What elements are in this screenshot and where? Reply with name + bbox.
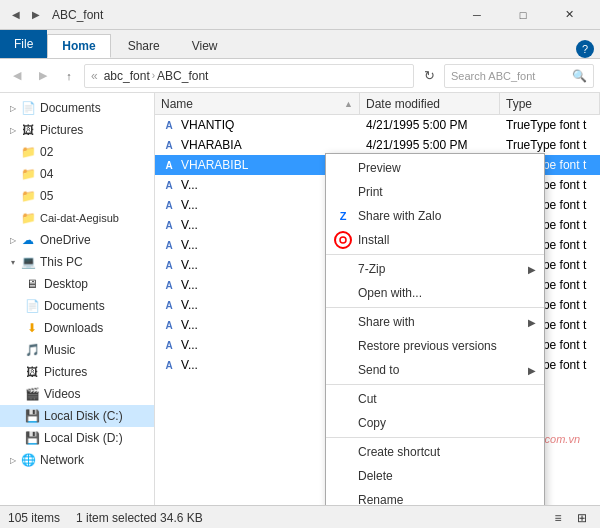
ctx-install[interactable]: Install [326, 228, 544, 252]
folder-icon: 📁 [20, 210, 36, 226]
ctx-sharewith-arrow: ▶ [528, 317, 536, 328]
file-icon: A [161, 137, 177, 153]
ribbon-tabs: File Home Share View ? [0, 30, 600, 58]
tab-share[interactable]: Share [113, 34, 175, 58]
sidebar-item-documents[interactable]: ▷ 📄 Documents [0, 97, 154, 119]
ctx-share-zalo[interactable]: Z Share with Zalo [326, 204, 544, 228]
ctx-share-zalo-label: Share with Zalo [358, 209, 441, 223]
file-name: V... [181, 218, 198, 232]
up-button[interactable]: ↑ [58, 65, 80, 87]
sidebar-label: Pictures [44, 365, 87, 379]
file-name: VHARABIBL [181, 158, 248, 172]
sidebar-item-local-d[interactable]: 💾 Local Disk (D:) [0, 427, 154, 449]
refresh-button[interactable]: ↻ [418, 65, 440, 87]
file-date-cell: 4/21/1995 5:00 PM [360, 118, 500, 132]
sidebar-item-desktop[interactable]: 🖥 Desktop [0, 273, 154, 295]
maximize-button[interactable]: □ [500, 0, 546, 30]
sidebar-item-onedrive[interactable]: ▷ ☁ OneDrive [0, 229, 154, 251]
file-icon: A [161, 157, 177, 173]
ctx-create-shortcut-label: Create shortcut [358, 445, 440, 459]
col-name-label: Name [161, 97, 193, 111]
file-name-cell: A VHANTIQ [155, 117, 360, 133]
sidebar-label: Network [40, 453, 84, 467]
sidebar-label: Videos [44, 387, 80, 401]
tab-view[interactable]: View [177, 34, 233, 58]
breadcrumb-left-arrow: « [91, 69, 98, 83]
ctx-rename[interactable]: Rename [326, 488, 544, 505]
expand-icon: ▷ [8, 235, 18, 245]
sidebar-label: 04 [40, 167, 53, 181]
tab-home[interactable]: Home [47, 34, 110, 58]
file-type-cell: TrueType font t [500, 138, 600, 152]
ctx-restore[interactable]: Restore previous versions [326, 334, 544, 358]
svg-point-0 [340, 237, 346, 243]
folder-icon: 📁 [20, 188, 36, 204]
file-icon: A [161, 317, 177, 333]
sidebar-item-this-pc[interactable]: ▾ 💻 This PC [0, 251, 154, 273]
breadcrumb[interactable]: « abc_font › ABC_font [84, 64, 414, 88]
sidebar-item-05[interactable]: 📁 05 [0, 185, 154, 207]
help-button[interactable]: ? [576, 40, 594, 58]
search-box[interactable]: Search ABC_font 🔍 [444, 64, 594, 88]
pictures-icon: 🖼 [24, 364, 40, 380]
ctx-7zip-label: 7-Zip [358, 262, 385, 276]
sidebar-item-downloads[interactable]: ⬇ Downloads [0, 317, 154, 339]
tab-file[interactable]: File [0, 30, 47, 58]
ctx-delete[interactable]: Delete [326, 464, 544, 488]
sidebar: ▷ 📄 Documents ▷ 🖼 Pictures 📁 02 📁 04 📁 0… [0, 93, 155, 505]
sidebar-item-local-c[interactable]: 💾 Local Disk (C:) [0, 405, 154, 427]
sidebar-item-pictures[interactable]: ▷ 🖼 Pictures [0, 119, 154, 141]
ctx-rename-label: Rename [358, 493, 403, 505]
ctx-cut[interactable]: Cut [326, 387, 544, 411]
ctx-cut-label: Cut [358, 392, 377, 406]
file-type-cell: TrueType font t [500, 118, 600, 132]
ribbon: File Home Share View ? [0, 30, 600, 59]
file-icon: A [161, 177, 177, 193]
file-icon: A [161, 257, 177, 273]
ctx-create-shortcut[interactable]: Create shortcut [326, 440, 544, 464]
ctx-share-with[interactable]: Share with ▶ [326, 310, 544, 334]
filelist-header: Name ▲ Date modified Type [155, 93, 600, 115]
table-row[interactable]: A VHANTIQ 4/21/1995 5:00 PM TrueType fon… [155, 115, 600, 135]
file-name: V... [181, 278, 198, 292]
file-icon: A [161, 197, 177, 213]
ctx-preview[interactable]: Preview [326, 156, 544, 180]
sidebar-label: Cai-dat-Aegisub [40, 212, 119, 224]
titlebar-window-icons: ◀ ▶ [8, 7, 44, 23]
ctx-print[interactable]: Print [326, 180, 544, 204]
expand-icon: ▷ [8, 103, 18, 113]
ctx-send-to[interactable]: Send to ▶ [326, 358, 544, 382]
breadcrumb-current: ABC_font [157, 69, 208, 83]
ctx-7zip[interactable]: 7-Zip ▶ [326, 257, 544, 281]
file-name: V... [181, 338, 198, 352]
close-button[interactable]: ✕ [546, 0, 592, 30]
ctx-sep1 [326, 254, 544, 255]
table-row[interactable]: A VHARABIA 4/21/1995 5:00 PM TrueType fo… [155, 135, 600, 155]
sidebar-item-02[interactable]: 📁 02 [0, 141, 154, 163]
sidebar-item-documents2[interactable]: 📄 Documents [0, 295, 154, 317]
sidebar-item-network[interactable]: ▷ 🌐 Network [0, 449, 154, 471]
sidebar-item-04[interactable]: 📁 04 [0, 163, 154, 185]
sidebar-item-cai-dat[interactable]: 📁 Cai-dat-Aegisub [0, 207, 154, 229]
file-icon: A [161, 217, 177, 233]
col-header-type[interactable]: Type [500, 93, 600, 114]
search-icon: 🔍 [572, 69, 587, 83]
sidebar-label: Downloads [44, 321, 103, 335]
ctx-copy[interactable]: Copy [326, 411, 544, 435]
forward-button[interactable]: ▶ [32, 65, 54, 87]
sidebar-item-pictures2[interactable]: 🖼 Pictures [0, 361, 154, 383]
list-view-button[interactable]: ≡ [548, 508, 568, 528]
col-header-name[interactable]: Name ▲ [155, 93, 360, 114]
videos-icon: 🎬 [24, 386, 40, 402]
sidebar-item-music[interactable]: 🎵 Music [0, 339, 154, 361]
file-icon: A [161, 357, 177, 373]
file-icon: A [161, 237, 177, 253]
col-header-date[interactable]: Date modified [360, 93, 500, 114]
minimize-button[interactable]: ─ [454, 0, 500, 30]
ctx-open-with-label: Open with... [358, 286, 422, 300]
sidebar-item-videos[interactable]: 🎬 Videos [0, 383, 154, 405]
back-button[interactable]: ◀ [6, 65, 28, 87]
ctx-open-with[interactable]: Open with... [326, 281, 544, 305]
ctx-preview-label: Preview [358, 161, 401, 175]
grid-view-button[interactable]: ⊞ [572, 508, 592, 528]
